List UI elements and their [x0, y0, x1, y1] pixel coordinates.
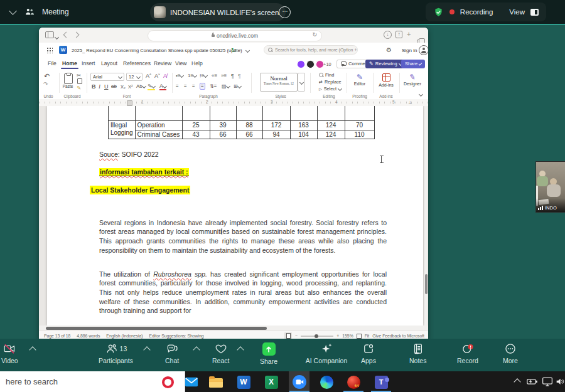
- tray-expand-caret[interactable]: [514, 378, 520, 385]
- taskbar-search-box[interactable]: here to search: [0, 371, 185, 392]
- status-page[interactable]: Page 13 of 18: [44, 334, 70, 338]
- tray-speaker-icon[interactable]: [555, 376, 565, 389]
- horizontal-scrollbar[interactable]: [39, 326, 428, 331]
- collab-avatar-1[interactable]: [297, 60, 305, 68]
- sign-in-link[interactable]: Sign in: [402, 48, 417, 53]
- table-group-cell: Illegal Logging: [109, 121, 136, 139]
- chat-options-caret[interactable]: [193, 346, 200, 353]
- status-language[interactable]: English (Indonesia): [106, 334, 143, 338]
- group-label-font: Font: [114, 94, 139, 98]
- chat-button[interactable]: Chat: [165, 342, 179, 364]
- addins-button[interactable]: Add-ins: [374, 73, 398, 87]
- shared-screen-pill[interactable]: INDONESIAN WILDLIFE's screen ⋯: [150, 3, 286, 21]
- forward-icon[interactable]: [73, 32, 80, 38]
- taskbar-gom-icon[interactable]: 64: [346, 374, 361, 389]
- zoom-slider[interactable]: [301, 336, 333, 337]
- taskbar-word-icon[interactable]: W: [236, 374, 251, 389]
- ai-companion-button[interactable]: AI Companion: [298, 342, 355, 364]
- right-indent-marker[interactable]: ⊥: [408, 100, 412, 105]
- feedback-link[interactable]: Give Feedback to Microsoft: [372, 334, 424, 338]
- share-screen-button[interactable]: Share: [260, 342, 277, 365]
- document-page[interactable]: Illegal Logging Operation 25 39 88 172 1…: [47, 106, 423, 326]
- replace-button[interactable]: ⇄Replace: [43, 79, 342, 85]
- collab-avatar-2[interactable]: [306, 60, 315, 68]
- indent-marker[interactable]: [127, 100, 132, 106]
- refresh-icon[interactable]: ↻: [312, 31, 317, 38]
- tab-home[interactable]: Home: [62, 60, 77, 66]
- tab-view[interactable]: View: [175, 60, 186, 66]
- editor-button[interactable]: ✎Editor: [348, 73, 372, 86]
- taskbar-zoom-icon[interactable]: [292, 374, 307, 389]
- security-shield-icon[interactable]: [433, 7, 444, 18]
- notes-icon: [411, 342, 425, 355]
- notes-button[interactable]: Notes: [409, 342, 426, 364]
- status-words[interactable]: 4,886 words: [77, 334, 100, 338]
- video-options-caret[interactable]: [29, 346, 36, 353]
- taskbar-edge-icon[interactable]: [319, 374, 334, 389]
- status-editor-suggestions[interactable]: Editor Suggestions: Showing: [149, 334, 204, 338]
- zoom-slider-knob[interactable]: [315, 334, 318, 338]
- participants-button[interactable]: 13 Participants: [99, 342, 133, 364]
- document-title[interactable]: 2025_ Respond EU Concerning Consultation…: [72, 48, 242, 53]
- zoom-out-button[interactable]: −: [295, 334, 298, 338]
- share-button[interactable]: Share: [401, 60, 425, 68]
- taskbar-explorer-icon[interactable]: [208, 374, 223, 389]
- tray-network-icon[interactable]: [541, 376, 554, 389]
- view-label[interactable]: View: [509, 8, 525, 16]
- account-avatar-icon[interactable]: [419, 45, 428, 55]
- word-logo-icon[interactable]: W: [59, 46, 67, 54]
- tab-references[interactable]: References: [123, 60, 151, 66]
- participants-options-caret[interactable]: [143, 346, 150, 353]
- zoom-level[interactable]: 155%: [342, 334, 353, 338]
- participant-video-thumbnail[interactable]: INDO: [535, 161, 565, 213]
- fit-icon[interactable]: [357, 334, 362, 339]
- taskbar-teams-icon[interactable]: T: [374, 374, 389, 389]
- tab-help[interactable]: Help: [191, 60, 203, 66]
- tab-file[interactable]: File: [48, 60, 56, 66]
- ai-sparkle-icon: [320, 342, 333, 355]
- tab-insert[interactable]: Insert: [82, 60, 95, 66]
- share-page-icon[interactable]: ↑: [396, 31, 402, 38]
- react-options-caret[interactable]: [237, 346, 244, 353]
- heart-reaction-icon: [214, 342, 228, 355]
- downloads-icon[interactable]: ↓: [384, 31, 392, 39]
- apps-button[interactable]: Apps: [361, 342, 376, 364]
- tray-battery-icon[interactable]: [526, 376, 539, 389]
- settings-gear-icon[interactable]: ⚙: [386, 46, 392, 53]
- taskbar-opera-icon[interactable]: [160, 374, 175, 389]
- sidebar-toggle-icon[interactable]: [45, 31, 54, 38]
- url-text: onedrive.live.com: [217, 33, 258, 39]
- more-button[interactable]: More: [503, 342, 518, 364]
- reviewing-mode-button[interactable]: ✎Reviewing: [365, 60, 406, 68]
- taskbar-mail-icon[interactable]: [184, 374, 199, 389]
- find-button[interactable]: Find: [43, 72, 334, 78]
- connection-signal-icon: [538, 206, 543, 210]
- ribbon-collapse-icon[interactable]: [419, 92, 423, 97]
- ribbon-toolbar: ↶ ↷ Undo Paste ✂ ✎ Clipboard Arial 12 Aˆ…: [39, 70, 428, 100]
- zoom-in-button[interactable]: +: [336, 334, 339, 338]
- title-chevron-icon[interactable]: [245, 48, 250, 53]
- horizontal-scrollbar-thumb[interactable]: [46, 327, 267, 330]
- new-tab-icon[interactable]: +: [407, 30, 411, 38]
- vertical-scrollbar-thumb[interactable]: [425, 274, 428, 294]
- collab-overflow-count[interactable]: +10: [323, 61, 331, 67]
- tab-review[interactable]: Review: [154, 60, 171, 66]
- taskbar-excel-icon[interactable]: X: [264, 374, 279, 389]
- share-options-icon[interactable]: ⋯: [279, 6, 291, 18]
- tab-layout[interactable]: Layout: [101, 60, 117, 66]
- react-button[interactable]: React: [212, 342, 229, 364]
- record-button[interactable]: Record: [457, 342, 478, 364]
- address-bar[interactable]: onedrive.live.com ↻: [148, 30, 322, 41]
- designer-button[interactable]: ✎Designer: [401, 73, 424, 86]
- app-launcher-icon[interactable]: [46, 47, 53, 53]
- fit-label[interactable]: Fit: [365, 334, 370, 338]
- select-button[interactable]: ▷Select: [43, 86, 342, 92]
- video-button[interactable]: Video: [1, 342, 18, 364]
- view-layout-icon[interactable]: [530, 9, 539, 16]
- logging-data-table[interactable]: Illegal Logging Operation 25 39 88 172 1…: [108, 106, 375, 139]
- word-search-box[interactable]: Search for tools, help, and more (Option…: [264, 45, 358, 55]
- collapse-chevron-icon[interactable]: [9, 7, 17, 15]
- sidebar-chevron-icon[interactable]: [55, 35, 59, 40]
- vertical-scrollbar[interactable]: [424, 106, 428, 326]
- back-icon[interactable]: [63, 32, 70, 38]
